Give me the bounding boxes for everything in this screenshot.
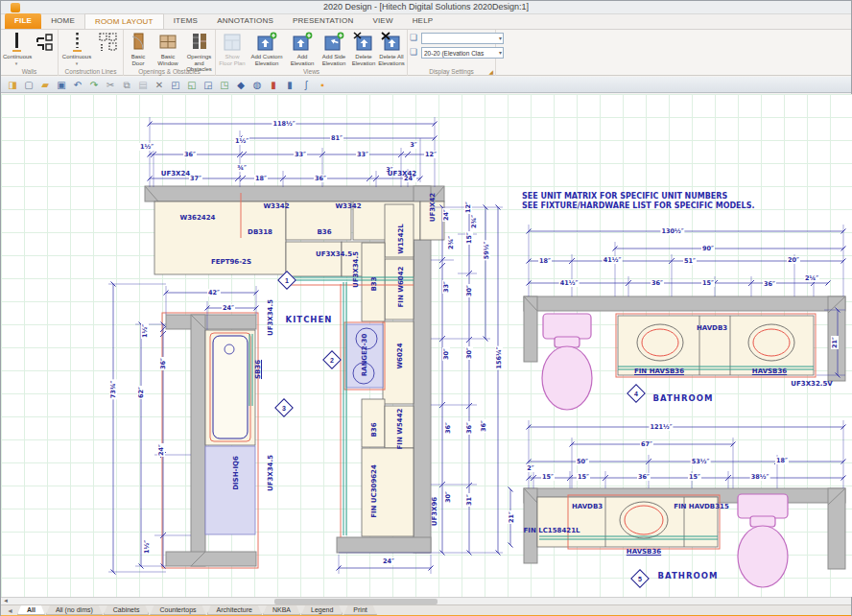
display-combo-2-value: 20-20 (Elevation Clas bbox=[424, 50, 484, 57]
scroll-left-icon[interactable]: ◄ bbox=[3, 598, 9, 604]
ribbon-tab[interactable]: PRESENTATION bbox=[283, 13, 363, 29]
toolbar-icon[interactable]: ⧉ bbox=[119, 78, 134, 92]
ribbon-tab[interactable]: ANNOTATIONS bbox=[207, 13, 283, 29]
ribbon-tab[interactable]: VIEW bbox=[363, 13, 402, 29]
walls-continuous-label: Continuous bbox=[3, 54, 32, 59]
dimension-label: 21″ bbox=[508, 510, 515, 524]
dimension-label: 18″ bbox=[254, 175, 268, 182]
group-views: Show Floor Plan Add Custom Elevation Add… bbox=[216, 30, 408, 76]
sheet-tab[interactable]: Print bbox=[343, 605, 376, 615]
dimension-label: 90″ bbox=[701, 245, 715, 252]
dimension-label: 15″ bbox=[465, 231, 473, 245]
dimension-label: 21″ bbox=[831, 336, 839, 349]
cabinet-code-label: FIN W6042 bbox=[397, 267, 405, 308]
sheet-tab[interactable]: NKBA bbox=[263, 605, 300, 615]
floorplan-drawing bbox=[1, 94, 852, 597]
ribbon-tab[interactable]: ROOM LAYOUT bbox=[84, 13, 164, 29]
dimension-label: 15″ bbox=[577, 473, 590, 481]
cabinet-code-label: FIN UC309624 bbox=[370, 464, 378, 518]
room-label: BATHROOM bbox=[658, 571, 719, 580]
ribbon-tab[interactable]: HOME bbox=[41, 13, 84, 29]
add-side-elevation-button[interactable]: Add Side Elevation bbox=[318, 32, 350, 66]
add-elevation-icon bbox=[292, 32, 313, 53]
sheet-nav-icon[interactable]: ◄ bbox=[3, 605, 17, 615]
display-option2-icon: ❏ bbox=[410, 47, 419, 57]
sheet-tab[interactable]: Countertops bbox=[150, 605, 205, 615]
openings-obstacles-button[interactable]: Openings and Obstacles bbox=[183, 32, 215, 73]
dimension-label: 30″ bbox=[465, 284, 473, 297]
add-custom-elevation-label: Add Custom Elevation bbox=[250, 54, 282, 66]
dimension-label: 81″ bbox=[330, 134, 343, 142]
show-floor-plan-button[interactable]: Show Floor Plan bbox=[218, 32, 247, 66]
dialog-launcher-icon[interactable]: ◢ bbox=[488, 68, 493, 75]
toolbar-icon[interactable]: ʃ bbox=[298, 78, 314, 92]
toolbar-icon[interactable]: ▢ bbox=[21, 78, 36, 92]
toolbar-icon[interactable]: ◲ bbox=[201, 78, 216, 92]
display-combo-1[interactable]: ▾ bbox=[421, 33, 504, 44]
walls-continuous-button[interactable]: Continuous ▾ bbox=[3, 32, 30, 66]
sheet-tab[interactable]: Legend bbox=[301, 605, 343, 615]
dimension-label: 156¼″ bbox=[495, 345, 503, 369]
ribbon-tab[interactable]: FILE bbox=[5, 13, 41, 29]
display-combo-2[interactable]: 20-20 (Elevation Clas ▾ bbox=[421, 47, 504, 59]
group-title-walls: Walls bbox=[1, 68, 58, 75]
sheet-tab[interactable]: All bbox=[17, 605, 45, 615]
add-custom-elevation-button[interactable]: Add Custom Elevation bbox=[248, 32, 285, 66]
floorplan-canvas[interactable]: 118½″81″1½″36″1½″33″33″3″12″37″¾″18″36″3… bbox=[1, 94, 852, 597]
toolbar-icon[interactable]: ↶ bbox=[70, 78, 85, 92]
cabinet-code-label: W1542L bbox=[397, 224, 405, 254]
cabinet-code-label: FIN HAVDB315 bbox=[674, 503, 729, 510]
construction-continuous-label: Continuous bbox=[62, 54, 91, 59]
cabinet-code-label: UF3X42 bbox=[429, 193, 437, 222]
ribbon-tab[interactable]: ITEMS bbox=[164, 13, 207, 29]
dimension-label: 31″ bbox=[465, 493, 473, 507]
cabinet-code-label: W3342 bbox=[263, 202, 289, 210]
toolbar-icon[interactable]: ▰ bbox=[37, 78, 53, 92]
toolbar-icon[interactable]: ▪ bbox=[315, 78, 330, 92]
construction-continuous-button[interactable]: Continuous ▾ bbox=[60, 32, 93, 66]
toolbar-icon[interactable]: ◨ bbox=[5, 78, 20, 92]
dimension-label: 36″ bbox=[444, 421, 452, 435]
construction-types-button[interactable] bbox=[95, 32, 120, 54]
toolbar-icon[interactable]: ✂ bbox=[103, 78, 118, 92]
add-custom-elevation-icon bbox=[256, 32, 277, 53]
room-label: KITCHEN bbox=[286, 315, 333, 324]
dimension-label: 33″ bbox=[356, 151, 369, 158]
toolbar-icon[interactable]: ▮ bbox=[282, 78, 297, 92]
drawing-note: SEE FIXTURE/HARDWARE LIST FOR SPECIFIC M… bbox=[522, 201, 754, 210]
toolbar-icon[interactable]: ▮ bbox=[266, 78, 281, 92]
group-walls: Continuous ▾ Walls bbox=[1, 30, 59, 76]
toolbar-icon[interactable]: ▤ bbox=[135, 78, 151, 92]
basic-door-button[interactable]: Basic Door bbox=[125, 32, 152, 66]
cabinet-code-label: SB36 bbox=[254, 360, 262, 379]
toolbar-icon[interactable]: ▣ bbox=[54, 78, 69, 92]
delete-all-elevations-button[interactable]: Delete All Elevations bbox=[377, 32, 406, 66]
toolbar-icon[interactable]: ◰ bbox=[168, 78, 183, 92]
construction-line-icon bbox=[66, 32, 87, 53]
dimension-label: 50″ bbox=[576, 458, 589, 465]
add-elevation-button[interactable]: Add Elevation bbox=[287, 32, 318, 66]
cabinet-code-label: UF3X32.5V bbox=[791, 380, 832, 388]
toolbar-icon[interactable]: ◆ bbox=[233, 78, 248, 92]
delete-elevation-button[interactable]: Delete Elevation bbox=[350, 32, 377, 66]
dimension-label: 41½″ bbox=[559, 279, 580, 287]
cabinet-code-label: B36 bbox=[317, 228, 331, 236]
cabinet-code-label: DISH-IQ6 bbox=[232, 456, 240, 490]
toolbar-icon[interactable]: ◍ bbox=[249, 78, 265, 92]
wall-types-button[interactable] bbox=[32, 32, 57, 54]
ribbon-tab[interactable]: HELP bbox=[403, 13, 443, 29]
horizontal-scrollbar[interactable]: ◄ bbox=[1, 597, 851, 604]
sheet-tab[interactable]: Architecture bbox=[207, 605, 262, 615]
toolbar-icon[interactable]: ◱ bbox=[184, 78, 200, 92]
sheet-tab[interactable]: Cabinets bbox=[104, 605, 150, 615]
dimension-label: 12″ bbox=[424, 151, 438, 158]
dimension-label: 36″ bbox=[480, 419, 487, 433]
basic-window-button[interactable]: Basic Window bbox=[153, 32, 183, 66]
toolbar-icon[interactable]: ✕ bbox=[152, 78, 167, 92]
dimension-label: 36″ bbox=[183, 151, 197, 158]
toolbar-icon[interactable]: ↷ bbox=[86, 78, 102, 92]
sheet-tab[interactable]: All (no dims) bbox=[46, 605, 103, 615]
cabinet-code-label: W3342 bbox=[335, 202, 361, 210]
toolbar-icon[interactable]: ◳ bbox=[217, 78, 232, 92]
group-title-construction: Construction Lines bbox=[59, 68, 123, 75]
